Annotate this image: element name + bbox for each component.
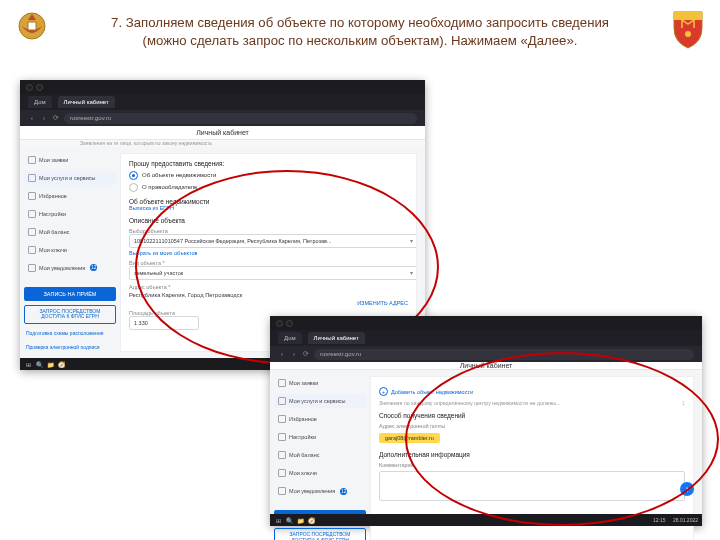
browser-tabs: Дом Личный кабинет [20,94,425,110]
chevron-down-icon: ▾ [410,269,413,276]
address-bar: ‹ › ⟳ rosreestr.gov.ru [20,110,425,126]
link-more-objects[interactable]: Выбрать из моих объектов [129,250,408,256]
plus-icon: + [379,387,388,396]
search-icon[interactable]: 🔍 [285,516,293,524]
nav-fwd-icon[interactable]: › [290,350,298,358]
sidebar-item-notif[interactable]: Мои уведомления12 [24,261,116,275]
tab-cabinet[interactable]: Личный кабинет [58,96,115,108]
val-addr: Республика Карелия, Город Петрозаводск [129,292,408,298]
nav-back-icon[interactable]: ‹ [28,114,36,122]
form-title: Прошу предоставить сведения: [129,160,408,167]
page-2: Личный кабинет Мои заявки Мои услуги и с… [270,362,702,514]
input-area[interactable]: 1 330 [129,316,199,330]
sidebar-item-keys[interactable]: Мои ключи [24,243,116,257]
window-titlebar [20,80,425,94]
address-bar: ‹ › ⟳ rosreestr.gov.ru [270,346,702,362]
tab-home[interactable]: Дом [28,96,52,108]
email-badge[interactable]: garaj08@rambler.ru [379,433,440,443]
reload-icon[interactable]: ⟳ [302,350,310,358]
radio-object[interactable] [129,171,138,180]
window-titlebar [270,316,702,330]
page-subheader: Заявления на те лица, которым по закону … [20,140,425,147]
svg-rect-1 [28,22,36,30]
page-header: Личный кабинет [270,362,702,370]
select-view[interactable]: земельный участок▾ [129,266,417,280]
label-email: Адрес электронной почты [379,423,685,429]
screenshot-2: Дом Личный кабинет ‹ › ⟳ rosreestr.gov.r… [270,316,702,526]
reload-icon[interactable]: ⟳ [52,114,60,122]
sidebar-item-requests[interactable]: Мои заявки [24,153,116,167]
note-text: Значения по каждому определённому центру… [379,400,561,406]
label-addr: Адрес объекта * [129,284,408,290]
nav-fwd-icon[interactable]: › [40,114,48,122]
sidebar-item-fav[interactable]: Избранное [274,412,366,426]
folder-icon[interactable]: 📁 [296,516,304,524]
notif-badge: 12 [90,264,97,271]
browser-icon[interactable]: 🧭 [57,360,65,368]
sidebar-item-balance[interactable]: Мой баланс [274,448,366,462]
link-egrn[interactable]: Выписка из ЕГРН [129,205,408,211]
url-field[interactable]: rosreestr.gov.ru [314,349,694,360]
request-button[interactable]: ЗАПРОС ПОСРЕДСТВОМ ДОСТУПА К ФГИС ЕГРН [274,528,366,540]
radio-owner[interactable] [129,183,138,192]
sidebar-item-fav[interactable]: Избранное [24,189,116,203]
sidebar-item-balance[interactable]: Мой баланс [24,225,116,239]
add-object-link[interactable]: +Добавить объект недвижимости [379,387,685,396]
start-icon[interactable]: ⊞ [274,516,282,524]
comment-textarea[interactable] [379,471,685,501]
nav-back-icon[interactable]: ‹ [278,350,286,358]
svg-rect-2 [674,12,702,20]
sidebar-item-keys[interactable]: Мои ключи [274,466,366,480]
sidebar-item-settings[interactable]: Настройки [274,430,366,444]
start-icon[interactable]: ⊞ [24,360,32,368]
notif-badge: 12 [340,488,347,495]
search-icon[interactable]: 🔍 [35,360,43,368]
emblem-left [8,6,56,54]
emblem-right [664,6,712,54]
label-view: Вид объекта * [129,260,408,266]
chevron-down-icon: ▾ [410,237,413,244]
tab-home[interactable]: Дом [278,332,302,344]
title-line2: (можно сделать запрос по нескольким объе… [143,33,578,48]
sidebar-item-notif[interactable]: Мои уведомления12 [274,484,366,498]
page-header: Личный кабинет [20,126,425,140]
sidebar-item-services[interactable]: Мои услуги и сервисы [24,171,116,185]
select-object[interactable]: 1001022111010547 Российская Федерация, Р… [129,234,417,248]
folder-icon[interactable]: 📁 [46,360,54,368]
sidebar: Мои заявки Мои услуги и сервисы Избранно… [20,147,120,359]
side-link-1[interactable]: Подготовка схемы расположения [24,328,116,338]
title-line1: 7. Заполняем сведения об объекте по кото… [111,15,609,30]
slide-title: 7. Заполняем сведения об объекте по кото… [80,14,640,50]
sidebar-item-requests[interactable]: Мои заявки [274,376,366,390]
label-area: Площадь объекта [129,310,408,316]
sidebar-item-services[interactable]: Мои услуги и сервисы [274,394,366,408]
label-comment: Комментарий [379,462,685,468]
svg-point-3 [685,31,691,37]
link-change-addr[interactable]: ИЗМЕНИТЬ АДРЕС [129,300,408,306]
sidebar-item-settings[interactable]: Настройки [24,207,116,221]
label-select: Выбор объекта [129,228,408,234]
section-addinfo: Дополнительная информация [379,451,685,458]
url-field[interactable]: rosreestr.gov.ru [64,113,417,124]
browser-tabs: Дом Личный кабинет [270,330,702,346]
apply-button[interactable]: ЗАПИСЬ НА ПРИЁМ [24,287,116,301]
tab-cabinet[interactable]: Личный кабинет [308,332,365,344]
section-desc: Описание объекта [129,217,408,224]
taskbar-2: ⊞ 🔍 📁 🧭 12:15 28.01.2022 [270,514,702,526]
request-button[interactable]: ЗАПРОС ПОСРЕДСТВОМ ДОСТУПА К ФГИС ЕГРН [24,305,116,325]
side-link-2[interactable]: Проверка электронной подписи [24,342,116,352]
section-object: Об объекте недвижимости [129,198,408,205]
scroll-top-button[interactable]: ↑ [680,482,694,496]
browser-icon[interactable]: 🧭 [307,516,315,524]
section-delivery: Способ получения сведений [379,412,685,419]
